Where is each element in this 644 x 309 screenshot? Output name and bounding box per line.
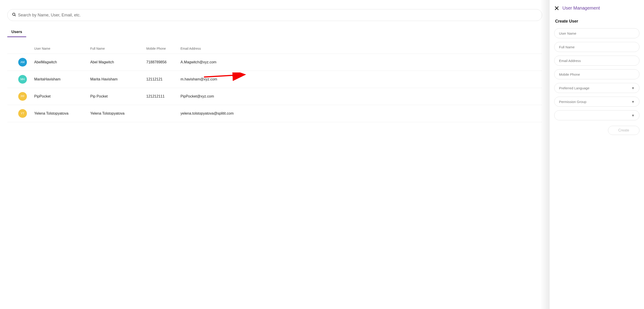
table-row[interactable]: MH MaritaHavisham Marita Havisham 121121… [7, 71, 542, 88]
header-full-name: Full Name [90, 47, 146, 50]
cell-mobile: 121212111 [146, 94, 180, 98]
cell-user-name: AbelMagwitch [34, 60, 90, 64]
tabs: Users [7, 27, 542, 37]
table-row[interactable]: PP PipPocket Pip Pocket 121212111 PipPoc… [7, 88, 542, 105]
avatar: MH [18, 75, 27, 84]
preferred-language-select[interactable]: Preferred Language ▼ [554, 83, 640, 93]
chevron-down-icon: ▼ [631, 114, 635, 117]
form-title: Create User [555, 19, 640, 24]
create-button[interactable]: Create [608, 126, 640, 135]
chevron-down-icon: ▼ [631, 100, 635, 104]
mobile-field[interactable]: Mobile Phone [554, 69, 640, 79]
panel-header: User Management [554, 6, 640, 11]
permission-group-placeholder: Permission Group [559, 100, 586, 104]
header-mobile: Mobile Phone [146, 47, 180, 50]
close-icon[interactable] [554, 6, 559, 11]
permission-group-select[interactable]: Permission Group ▼ [554, 96, 640, 107]
table-row[interactable]: AM AbelMagwitch Abel Magwitch 7188789856… [7, 54, 542, 71]
cell-email: m.havisham@xyz.com [180, 77, 542, 81]
cell-email: yelena.tolstopyatova@splitit.com [180, 112, 542, 116]
header-email: Email Address [180, 47, 542, 50]
cell-full-name: Abel Magwitch [90, 60, 146, 64]
cell-full-name: Pip Pocket [90, 94, 146, 98]
cell-user-name: Yelena Tolstopyatova [34, 112, 90, 116]
header-user-name: User Name [34, 47, 90, 50]
preferred-language-placeholder: Preferred Language [559, 86, 589, 90]
avatar: PP [18, 92, 27, 101]
avatar: AM [18, 58, 27, 66]
cell-email: PipPocket@xyz.com [180, 94, 542, 98]
email-field[interactable]: Email Address [554, 56, 640, 66]
table-row[interactable]: YT Yelena Tolstopyatova Yelena Tolstopya… [7, 105, 542, 122]
table-header-row: User Name Full Name Mobile Phone Email A… [7, 44, 542, 54]
cell-full-name: Marita Havisham [90, 77, 146, 81]
panel-title: User Management [562, 6, 600, 11]
cell-full-name: Yelena Tolstopyatova [90, 112, 146, 116]
cell-mobile: 12112121 [146, 77, 180, 81]
full-name-field[interactable]: Full Name [554, 42, 640, 52]
chevron-down-icon: ▼ [631, 86, 635, 90]
side-panel: User Management Create User User Name Fu… [550, 0, 644, 309]
svg-point-0 [12, 13, 15, 16]
search-field[interactable] [7, 9, 542, 21]
avatar: YT [18, 109, 27, 118]
cell-user-name: MaritaHavisham [34, 77, 90, 81]
tab-users[interactable]: Users [7, 27, 26, 37]
search-icon [12, 12, 16, 18]
cell-user-name: PipPocket [34, 94, 90, 98]
cell-email: A.Magwitch@xyz.com [180, 60, 542, 64]
search-input[interactable] [18, 13, 537, 18]
user-name-field[interactable]: User Name [554, 28, 640, 38]
svg-line-1 [15, 15, 16, 16]
full-name-placeholder: Full Name [559, 45, 574, 49]
mobile-placeholder: Mobile Phone [559, 72, 580, 76]
users-table: User Name Full Name Mobile Phone Email A… [7, 44, 542, 122]
cell-mobile: 7188789856 [146, 60, 180, 64]
extra-select[interactable]: ▼ [554, 110, 640, 120]
user-name-placeholder: User Name [559, 32, 576, 35]
email-placeholder: Email Address [559, 59, 581, 63]
main-content: Users User Name Full Name Mobile Phone E… [0, 0, 550, 309]
